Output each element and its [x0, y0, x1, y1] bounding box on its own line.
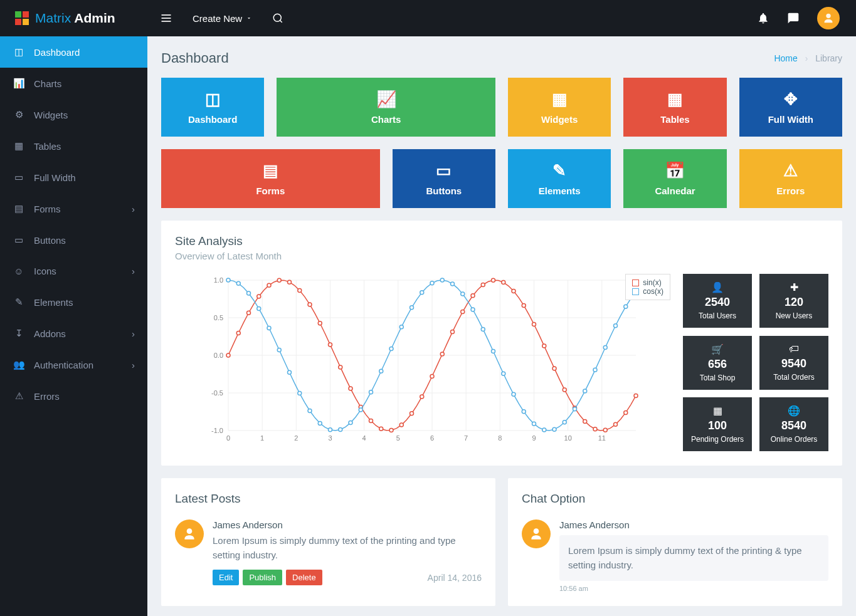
sidebar-item-icons[interactable]: ☺Icons›	[0, 256, 147, 286]
svg-point-94	[359, 408, 362, 412]
tile-widgets[interactable]: ▦Widgets	[508, 78, 611, 137]
sidebar-item-widgets[interactable]: ⚙Widgets	[0, 99, 147, 130]
chevron-right-icon: ›	[132, 328, 135, 339]
tile-full-width[interactable]: ✥Full Width	[739, 78, 842, 137]
tile-label: Tables	[660, 114, 689, 125]
sidebar-item-addons[interactable]: ↧Addons›	[0, 318, 147, 349]
chat-author: James Anderson	[559, 519, 828, 530]
tile-icon: ✎	[552, 161, 566, 180]
tile-charts[interactable]: 📈Charts	[277, 78, 495, 137]
svg-point-113	[552, 427, 556, 431]
svg-point-73	[563, 388, 566, 392]
notifications-icon[interactable]	[757, 12, 769, 24]
topbar: Matrix Admin Create New	[0, 0, 856, 36]
tile-calnedar[interactable]: 📅Calnedar	[623, 149, 726, 208]
sidebar-label: Charts	[34, 78, 61, 89]
svg-point-84	[257, 306, 261, 310]
svg-point-47	[298, 288, 302, 292]
svg-point-99	[410, 306, 414, 310]
tile-icon: ◫	[205, 90, 221, 109]
stat-value: 100	[708, 419, 727, 432]
chart-area: -1.0-0.50.00.51.001234567891011 sin(x) c…	[175, 274, 670, 452]
publish-button[interactable]: Publish	[243, 570, 282, 585]
svg-point-120	[624, 305, 628, 308]
post-date: April 14, 2016	[428, 573, 482, 583]
svg-text:-0.5: -0.5	[211, 389, 223, 397]
sidebar-label: Tables	[34, 141, 61, 152]
latest-posts-panel: Latest Posts James Anderson Lorem Ipsum …	[161, 478, 495, 606]
tile-errors[interactable]: ⚠Errors	[739, 149, 842, 208]
sidebar-item-authentication[interactable]: 👥Authentication›	[0, 349, 147, 380]
stat-label: Pending Orders	[691, 435, 744, 444]
tile-label: Calnedar	[655, 185, 695, 196]
svg-line-4	[280, 20, 282, 22]
legend-sin: sin(x)	[643, 278, 661, 287]
sidebar-icon: ⚙	[13, 109, 25, 120]
svg-text:11: 11	[598, 434, 606, 442]
tile-elements[interactable]: ✎Elements	[508, 149, 611, 208]
sidebar-item-errors[interactable]: ⚠Errors	[0, 380, 147, 412]
sidebar-item-charts[interactable]: 📊Charts	[0, 68, 147, 99]
tile-icon: ▦	[552, 90, 568, 109]
svg-point-72	[552, 367, 556, 370]
sidebar-item-buttons[interactable]: ▭Buttons	[0, 224, 147, 256]
sidebar-label: Dashboard	[34, 47, 80, 58]
tile-forms[interactable]: ▤Forms	[161, 149, 380, 208]
line-chart: -1.0-0.50.00.51.001234567891011	[175, 274, 670, 449]
sidebar-icon: ▭	[13, 172, 25, 183]
svg-point-83	[247, 291, 251, 295]
svg-point-116	[583, 389, 587, 393]
tile-label: Elements	[539, 185, 581, 196]
svg-point-51	[339, 365, 342, 369]
svg-point-68	[512, 289, 515, 293]
sidebar-item-full-width[interactable]: ▭Full Width	[0, 162, 147, 193]
tile-tables[interactable]: ▦Tables	[623, 78, 726, 137]
svg-point-42	[247, 311, 251, 315]
svg-point-67	[502, 281, 505, 285]
sidebar-item-dashboard[interactable]: ◫Dashboard	[0, 36, 147, 68]
sidebar-icon: ▤	[13, 203, 25, 214]
logo-text: Matrix Admin	[35, 11, 115, 26]
logo[interactable]: Matrix Admin	[0, 11, 147, 26]
sidebar-item-elements[interactable]: ✎Elements	[0, 286, 147, 318]
svg-text:4: 4	[362, 434, 366, 442]
svg-point-41	[236, 331, 240, 335]
chevron-down-icon	[246, 15, 252, 21]
sidebar-item-tables[interactable]: ▦Tables	[0, 130, 147, 162]
breadcrumb-home[interactable]: Home	[774, 53, 797, 63]
stat-total-shop: 🛒656Total Shop	[683, 336, 752, 390]
tile-dashboard[interactable]: ◫Dashboard	[161, 78, 264, 137]
svg-point-115	[573, 407, 577, 411]
edit-button[interactable]: Edit	[213, 570, 239, 585]
user-avatar[interactable]	[817, 7, 840, 29]
svg-text:0: 0	[226, 434, 230, 442]
svg-point-46	[288, 280, 292, 284]
tile-icon: 📈	[376, 90, 396, 109]
svg-point-54	[369, 419, 373, 423]
tile-buttons[interactable]: ▭Buttons	[393, 149, 495, 208]
svg-point-43	[257, 295, 261, 298]
tile-grid-2: ▤Forms▭Buttons✎Elements📅Calnedar⚠Errors	[161, 149, 842, 208]
svg-text:2: 2	[294, 434, 298, 442]
svg-text:0.0: 0.0	[214, 352, 223, 359]
delete-button[interactable]: Delete	[286, 570, 322, 585]
stat-icon: 🌐	[788, 405, 800, 417]
svg-point-57	[399, 423, 403, 427]
search-icon[interactable]	[272, 13, 283, 24]
svg-point-61	[440, 352, 444, 356]
create-new-dropdown[interactable]: Create New	[193, 13, 252, 24]
sidebar-item-forms[interactable]: ▤Forms›	[0, 193, 147, 224]
stat-label: Total Users	[699, 311, 736, 320]
messages-icon[interactable]	[787, 12, 800, 24]
stat-value: 8540	[781, 419, 806, 432]
menu-toggle-icon[interactable]	[160, 12, 172, 24]
stat-label: Total Shop	[700, 373, 736, 382]
svg-point-118	[603, 345, 607, 349]
svg-point-56	[389, 429, 393, 432]
chevron-right-icon: ›	[132, 266, 135, 276]
stat-total-users: 👤2540Total Users	[683, 274, 752, 328]
svg-point-79	[624, 410, 628, 414]
svg-text:0.5: 0.5	[214, 314, 223, 321]
svg-point-95	[369, 390, 373, 394]
svg-point-71	[542, 344, 546, 348]
